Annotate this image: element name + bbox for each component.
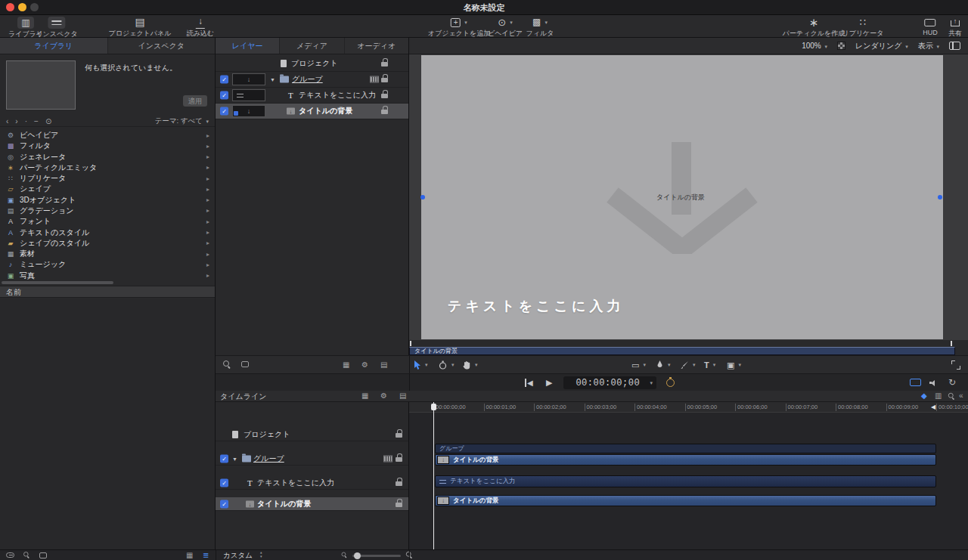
output-display-icon[interactable]: [910, 379, 921, 386]
playhead-handle[interactable]: [431, 404, 436, 410]
fullscreen-icon[interactable]: [951, 360, 960, 370]
make-particles-button[interactable]: ∗ パーティクルを作成: [783, 17, 845, 39]
canvas-viewport[interactable]: タイトルの背景 テキストをここに入力: [409, 54, 968, 340]
keyframes-icon[interactable]: ◆: [921, 391, 927, 400]
import-button[interactable]: ↓ 読み込む: [187, 17, 214, 39]
library-category[interactable]: ▰ シェイプのスタイル ▸: [0, 238, 215, 249]
visibility-checkbox[interactable]: ✓: [220, 478, 228, 487]
stack-icon[interactable]: ▤: [380, 360, 387, 369]
tab-inspector[interactable]: インスペクタ: [108, 38, 216, 54]
search-icon[interactable]: [223, 360, 231, 369]
library-category[interactable]: A テキストのスタイル ▸: [0, 227, 215, 237]
disclosure-triangle[interactable]: ▼: [270, 77, 275, 82]
timeline-track-area[interactable]: 00:00:00;0000:00:01;0000:00:02;0000:00:0…: [409, 402, 968, 549]
lock-icon[interactable]: [381, 108, 388, 115]
stepper-icon[interactable]: ▾▾: [260, 552, 262, 558]
lock-icon[interactable]: [381, 92, 388, 99]
pan-tool[interactable]: ▾: [462, 359, 478, 371]
hud-button[interactable]: HUD: [923, 17, 938, 36]
theme-filter[interactable]: テーマ: すべて ▾: [154, 116, 209, 126]
lock-icon[interactable]: [396, 432, 402, 438]
timeline-bar[interactable]: ↓ タイトルの背景: [435, 454, 936, 466]
library-category[interactable]: ∷ リプリケータ ▸: [0, 173, 215, 184]
library-category[interactable]: ▱ シェイプ ▸: [0, 184, 215, 194]
canvas[interactable]: タイトルの背景 テキストをここに入力: [421, 55, 943, 339]
go-to-start-button[interactable]: ◀: [525, 379, 533, 387]
tab-library[interactable]: ライブラリ: [0, 38, 108, 54]
view-dropdown[interactable]: 表示 ▾: [918, 41, 939, 51]
lock-icon[interactable]: [396, 456, 402, 463]
timeline-group-region[interactable]: グループ: [435, 444, 936, 453]
back-icon[interactable]: ‹: [6, 117, 8, 125]
layout-panel-icon[interactable]: [949, 42, 960, 50]
timeline-bar[interactable]: ↓ タイトルの背景: [435, 495, 936, 506]
add-filter-button[interactable]: ▩▾ フィルタ: [526, 17, 554, 39]
gear-icon[interactable]: ⚙: [380, 391, 387, 400]
timeline-layer-row[interactable]: プロジェクト: [216, 428, 408, 441]
project-panel-button[interactable]: ▤ プロジェクトパネル: [109, 17, 172, 39]
layer-row[interactable]: ✓↓↓タイトルの背景: [216, 104, 408, 119]
library-category[interactable]: ♪ ミュージック ▸: [0, 259, 215, 270]
timeline-bar[interactable]: テキストをここに入力: [435, 475, 936, 487]
mini-timeline[interactable]: タイトルの背景: [409, 340, 968, 355]
loop-playback-icon[interactable]: ↻: [948, 377, 956, 388]
share-button[interactable]: 共有: [948, 17, 962, 39]
shape-tool[interactable]: ▭ ▾: [631, 359, 646, 371]
timeline-layer-row[interactable]: ✓Tテキストをここに入力: [216, 476, 408, 490]
library-category[interactable]: ⚙ ビヘイビア ▸: [0, 130, 215, 141]
library-category[interactable]: ▣ 3Dオブジェクト ▸: [0, 195, 215, 206]
lock-icon[interactable]: [381, 76, 388, 83]
zoom-icon[interactable]: [948, 393, 955, 400]
collapse-icon[interactable]: «: [959, 391, 963, 400]
visibility-checkbox[interactable]: ✓: [220, 76, 228, 84]
project-end-marker[interactable]: ◀: [931, 404, 935, 410]
stack-icon[interactable]: ▤: [399, 391, 406, 400]
disclosure-triangle[interactable]: ▼: [232, 456, 237, 461]
paint-stroke-tool[interactable]: ▾: [680, 359, 696, 371]
text-tool[interactable]: T ▾: [704, 359, 715, 371]
link-icon[interactable]: [6, 552, 14, 558]
zoom-level-dropdown[interactable]: 100% ▾: [802, 42, 827, 50]
icon-view-toggle[interactable]: ▦: [186, 552, 193, 559]
speaker-icon[interactable]: [929, 379, 938, 386]
library-category[interactable]: ◎ ジェネレータ ▸: [0, 152, 215, 162]
playhead[interactable]: [433, 402, 434, 549]
in-point-marker[interactable]: [410, 341, 411, 346]
forward-icon[interactable]: ›: [15, 117, 17, 125]
inspector-toolbar-button[interactable]: インスペクタ: [36, 17, 77, 39]
library-category[interactable]: ▦ 素材 ▸: [0, 249, 215, 259]
timeline-layer-row[interactable]: ✓↓タイトルの背景: [216, 497, 408, 511]
library-category[interactable]: ▣ 写真 ▸: [0, 270, 215, 280]
visibility-checkbox[interactable]: ✓: [220, 500, 228, 508]
visibility-checkbox[interactable]: ✓: [220, 107, 228, 116]
library-category[interactable]: ▩ フィルタ ▸: [0, 141, 215, 151]
timeline-zoom-slider[interactable]: [352, 555, 401, 557]
library-category[interactable]: ∗ パーティクルエミッタ ▸: [0, 162, 215, 173]
edit-points-tool[interactable]: ▾: [438, 359, 455, 371]
play-button[interactable]: ▶: [546, 378, 552, 388]
selection-handle-right[interactable]: [938, 195, 942, 200]
timecode-field[interactable]: 00:00:00;00 ▾: [563, 376, 656, 389]
lock-icon[interactable]: [396, 480, 402, 487]
select-tool[interactable]: ▾: [414, 359, 428, 371]
bezier-tool[interactable]: ▾: [656, 359, 671, 371]
transparency-checker-icon[interactable]: [837, 42, 845, 50]
selected-layer-canvas-label[interactable]: タイトルの背景: [656, 193, 705, 203]
timeline-layer-row[interactable]: ✓▼ グループ: [216, 452, 408, 466]
replicator-button[interactable]: ∷ リプリケータ: [842, 17, 883, 39]
gear-icon[interactable]: ⚙: [361, 360, 368, 369]
timeline-ruler[interactable]: 00:00:00;0000:00:01;0000:00:02;0000:00:0…: [409, 402, 968, 413]
apply-button[interactable]: 適用: [183, 95, 207, 107]
add-behavior-button[interactable]: ⊙▾ ビヘイビア: [488, 17, 523, 39]
lock-icon[interactable]: [381, 60, 388, 67]
zoom-out-icon[interactable]: [342, 552, 348, 558]
add-object-button[interactable]: +▾ オブジェクトを追加: [428, 17, 490, 39]
title-text-layer[interactable]: テキストをここに入力: [448, 297, 624, 315]
search-icon[interactable]: [23, 552, 30, 558]
object-box-icon[interactable]: [39, 552, 47, 558]
scope-icon[interactable]: ⊙: [45, 117, 51, 125]
mini-timeline-bar[interactable]: タイトルの背景: [409, 347, 955, 355]
library-category[interactable]: A フォント ▸: [0, 216, 215, 227]
out-point-marker[interactable]: [951, 341, 952, 346]
layer-row[interactable]: ✓Tテキストをここに入力: [216, 88, 408, 104]
